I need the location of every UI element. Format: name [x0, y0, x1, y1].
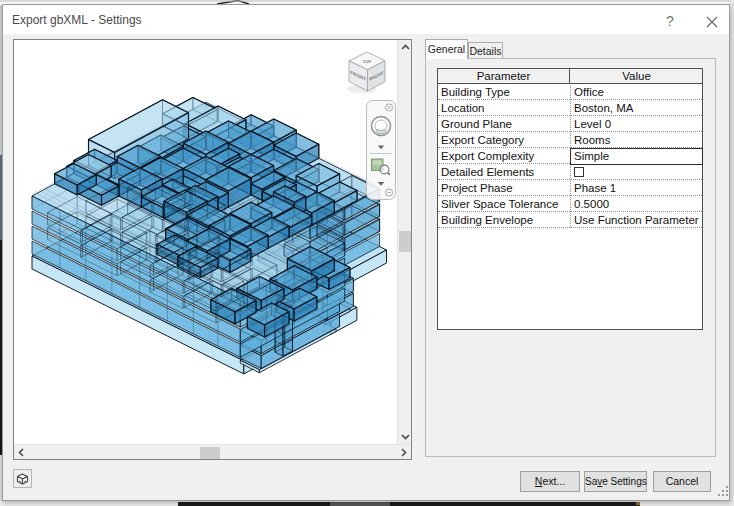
svg-text:TOP: TOP	[363, 59, 372, 64]
